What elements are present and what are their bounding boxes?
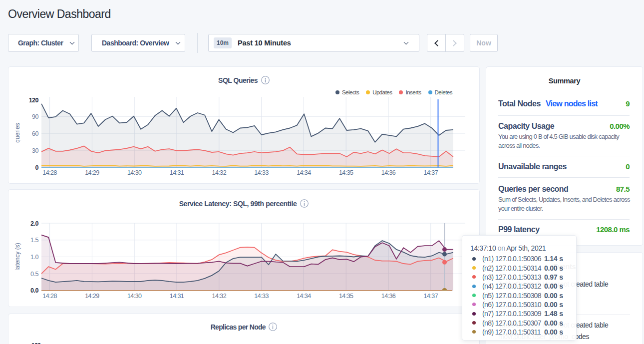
svg-text:90: 90 — [32, 113, 38, 120]
svg-text:14:35: 14:35 — [339, 169, 353, 176]
svg-text:14:34: 14:34 — [297, 293, 311, 300]
svg-text:14:33: 14:33 — [254, 293, 269, 300]
svg-text:14:33: 14:33 — [254, 169, 269, 176]
svg-text:14:37: 14:37 — [424, 169, 438, 176]
svg-text:14:30: 14:30 — [127, 293, 142, 300]
svg-text:14:35: 14:35 — [339, 293, 353, 300]
svg-text:14:32: 14:32 — [212, 293, 227, 300]
svg-text:14:37: 14:37 — [424, 293, 438, 300]
svg-text:30: 30 — [32, 147, 38, 154]
svg-text:14:31: 14:31 — [170, 169, 184, 176]
svg-text:14:29: 14:29 — [85, 169, 99, 176]
svg-text:2.0: 2.0 — [30, 220, 38, 227]
svg-text:0.0: 0.0 — [30, 287, 38, 294]
svg-text:1.0: 1.0 — [30, 254, 38, 261]
svg-text:14:28: 14:28 — [42, 169, 57, 176]
svg-text:queries: queries — [14, 123, 21, 142]
svg-text:14:36: 14:36 — [381, 169, 396, 176]
svg-text:14:29: 14:29 — [85, 293, 99, 300]
svg-text:14:34: 14:34 — [297, 169, 311, 176]
svg-text:latency (s): latency (s) — [14, 243, 21, 270]
svg-text:60: 60 — [32, 130, 38, 137]
svg-text:0.5: 0.5 — [30, 271, 38, 278]
svg-text:0: 0 — [35, 164, 39, 171]
svg-text:120: 120 — [29, 97, 39, 104]
svg-text:1.5: 1.5 — [30, 237, 38, 244]
svg-text:14:32: 14:32 — [212, 169, 227, 176]
svg-text:14:31: 14:31 — [170, 293, 184, 300]
svg-text:14:28: 14:28 — [42, 293, 57, 300]
svg-text:14:30: 14:30 — [127, 169, 142, 176]
svg-text:14:36: 14:36 — [381, 293, 396, 300]
